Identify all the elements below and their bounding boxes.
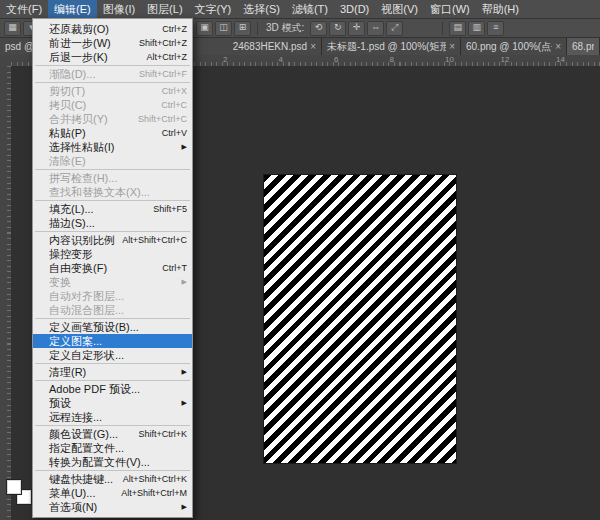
edit-menu-item[interactable]: Adobe PDF 预设... — [33, 382, 192, 396]
photoshop-window: 文件(F)编辑(E)图像(I)图层(L)文字(Y)选择(S)滤镜(T)3D(D)… — [0, 0, 600, 520]
edit-menu-item[interactable]: 填充(L)...Shift+F5 — [33, 202, 192, 216]
edit-menu-item: 合并拷贝(Y)Shift+Ctrl+C — [33, 112, 192, 126]
edit-menu-item[interactable]: 操控变形 — [33, 247, 192, 261]
menu-separator — [35, 65, 190, 66]
menu-item-label: 清除(E) — [49, 154, 86, 168]
tool-preset-icon[interactable]: ▦ — [4, 21, 21, 36]
menu-item-label: 变换 — [49, 275, 71, 289]
menu-item-label: 预设 — [49, 396, 71, 410]
menu-item-label: 转换为配置文件(V)... — [49, 455, 150, 469]
options-more-icon[interactable]: ≡ — [487, 21, 504, 36]
tab-close-icon[interactable]: × — [310, 41, 316, 52]
menu-separator — [35, 82, 190, 83]
edit-menu-item[interactable]: 还原裁剪(O)Ctrl+Z — [33, 22, 192, 36]
3d-roll-icon[interactable]: ↻ — [329, 21, 346, 36]
edit-menu-item[interactable]: 首选项(N)▶ — [33, 500, 192, 514]
edit-menu-item[interactable]: 定义画笔预设(B)... — [33, 320, 192, 334]
edit-menu-item[interactable]: 粘贴(P)Ctrl+V — [33, 126, 192, 140]
menu-item-shortcut: Ctrl+V — [156, 128, 187, 138]
tab-label: 未标题-1.psd @ 100%(矩形 1... — [327, 40, 446, 54]
edit-menu-item[interactable]: 预设▶ — [33, 396, 192, 410]
edit-menu-dropdown: 还原裁剪(O)Ctrl+Z前进一步(W)Shift+Ctrl+Z后退一步(K)A… — [32, 18, 193, 518]
edit-menu-item[interactable]: 键盘快捷键...Alt+Shift+Ctrl+K — [33, 472, 192, 486]
menubar-item[interactable]: 图像(I) — [97, 0, 141, 18]
document-tab[interactable]: 未标题-1.psd @ 100%(矩形 1...× — [322, 38, 461, 55]
menu-item-shortcut: Ctrl+C — [155, 100, 187, 110]
menubar-item[interactable]: 图层(L) — [141, 0, 188, 18]
ruler-number: 8 — [390, 55, 394, 64]
edit-menu-item[interactable]: 自由变换(F)Ctrl+T — [33, 261, 192, 275]
tab-close-icon[interactable]: × — [449, 41, 455, 52]
menu-item-label: 清理(R) — [49, 365, 86, 379]
edit-menu-item: 自动对齐图层... — [33, 289, 192, 303]
ruler-number: 2 — [223, 55, 227, 64]
edit-menu-item: 剪切(T)Ctrl+X — [33, 84, 192, 98]
menubar-item[interactable]: 文件(F) — [0, 0, 48, 18]
edit-menu-item[interactable]: 描边(S)... — [33, 216, 192, 230]
edit-menu-item[interactable]: 定义自定形状... — [33, 348, 192, 362]
tab-label: 60.png @ 100%(点击这个... — [466, 40, 552, 54]
edit-menu-item[interactable]: 指定配置文件... — [33, 441, 192, 455]
menu-bar: 文件(F)编辑(E)图像(I)图层(L)文字(Y)选择(S)滤镜(T)3D(D)… — [0, 0, 600, 19]
menubar-item[interactable]: 窗口(W) — [424, 0, 476, 18]
menu-item-define-pattern[interactable]: 定义图案... — [33, 334, 192, 348]
menu-item-label: 操控变形 — [49, 247, 93, 261]
menu-item-shortcut: Shift+Ctrl+C — [132, 114, 187, 124]
menu-item-shortcut: Alt+Shift+Ctrl+M — [115, 488, 187, 498]
edit-menu-item: 渐隐(D)...Shift+Ctrl+F — [33, 67, 192, 81]
options-mode-icons: ⟲↻✛⇔⤢ — [310, 21, 403, 36]
menubar-item[interactable]: 文字(Y) — [189, 0, 238, 18]
3d-scale-icon[interactable]: ⤢ — [386, 21, 403, 36]
workspace-icon[interactable]: ▤ — [449, 21, 466, 36]
tab-label: 24683HEKN.psd — [233, 41, 308, 52]
menu-item-shortcut: Shift+Ctrl+Z — [133, 38, 187, 48]
menu-separator — [35, 425, 190, 426]
color-swatches — [7, 480, 33, 506]
align-left-icon[interactable]: ▣ — [196, 21, 213, 36]
menu-separator — [35, 470, 190, 471]
menu-item-label: 定义自定形状... — [49, 348, 124, 362]
menu-item-label: 粘贴(P) — [49, 126, 86, 140]
edit-menu-item[interactable]: 后退一步(K)Alt+Ctrl+Z — [33, 50, 192, 64]
menu-item-label: 合并拷贝(Y) — [49, 112, 108, 126]
3d-slide-icon[interactable]: ⇔ — [367, 21, 384, 36]
stripe-pattern-image[interactable] — [264, 175, 456, 463]
menubar-item[interactable]: 滤镜(T) — [286, 0, 334, 18]
tab-close-icon[interactable]: × — [555, 41, 561, 52]
panels-icon[interactable]: ▥ — [468, 21, 485, 36]
edit-menu-item[interactable]: 清理(R)▶ — [33, 365, 192, 379]
menu-item-label: 首选项(N) — [49, 500, 97, 514]
menu-item-label: 定义画笔预设(B)... — [49, 320, 139, 334]
menu-item-shortcut: Ctrl+Z — [156, 24, 187, 34]
menu-item-label: 远程连接... — [49, 410, 102, 424]
menubar-item[interactable]: 编辑(E) — [48, 0, 97, 18]
menubar-item[interactable]: 视图(V) — [375, 0, 424, 18]
3d-rotate-icon[interactable]: ⟲ — [310, 21, 327, 36]
menu-item-shortcut: Shift+Ctrl+F — [133, 69, 187, 79]
menubar-item[interactable]: 帮助(H) — [476, 0, 525, 18]
edit-menu-item[interactable]: 转换为配置文件(V)... — [33, 455, 192, 469]
menu-separator — [35, 363, 190, 364]
menu-item-label: 自由变换(F) — [49, 261, 107, 275]
foreground-color-swatch[interactable] — [7, 480, 21, 494]
edit-menu-item[interactable]: 前进一步(W)Shift+Ctrl+Z — [33, 36, 192, 50]
options-separator — [257, 22, 258, 35]
menu-separator — [35, 380, 190, 381]
3d-drag-icon[interactable]: ✛ — [348, 21, 365, 36]
edit-menu-item[interactable]: 菜单(U)...Alt+Shift+Ctrl+M — [33, 486, 192, 500]
edit-menu-item[interactable]: 内容识别比例Alt+Shift+Ctrl+C — [33, 233, 192, 247]
distribute-icon[interactable]: ⊞ — [234, 21, 251, 36]
menu-item-shortcut: Ctrl+X — [156, 86, 187, 96]
menubar-item[interactable]: 3D(D) — [334, 0, 375, 18]
edit-menu-item[interactable]: 远程连接... — [33, 410, 192, 424]
edit-menu-item[interactable]: 颜色设置(G)...Shift+Ctrl+K — [33, 427, 192, 441]
edit-menu-item[interactable]: 选择性粘贴(I)▶ — [33, 140, 192, 154]
menu-item-shortcut: Shift+F5 — [147, 204, 187, 214]
submenu-arrow-icon: ▶ — [182, 275, 187, 289]
menubar-item[interactable]: 选择(S) — [237, 0, 286, 18]
document-tab[interactable]: 60.png @ 100%(点击这个...× — [461, 38, 567, 55]
menu-item-label: 后退一步(K) — [49, 50, 108, 64]
align-center-icon[interactable]: ◫ — [215, 21, 232, 36]
menu-item-label: 查找和替换文本(X)... — [49, 185, 150, 199]
document-tab[interactable]: 68.png @ 100%(此... — [567, 38, 600, 55]
